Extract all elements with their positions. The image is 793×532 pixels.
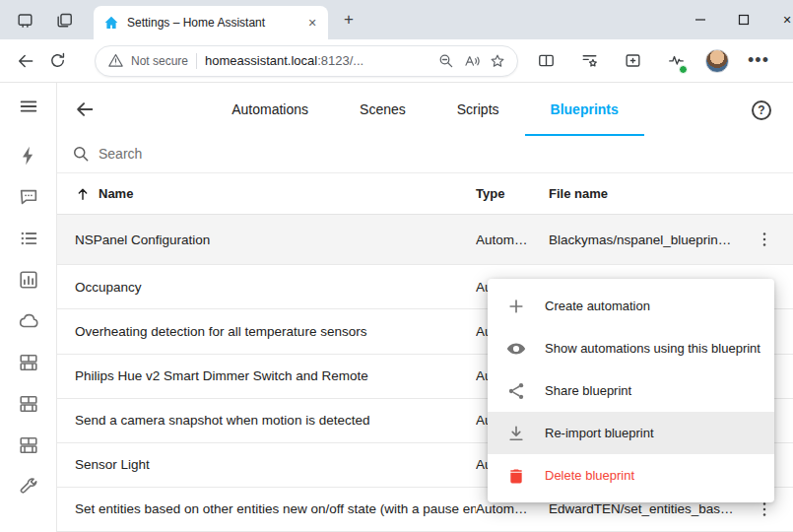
menu-item-show-automations[interactable]: Show automations using this blueprint [488,327,774,369]
ha-sidebar [0,83,57,532]
tab-scripts[interactable]: Scripts [431,83,525,136]
menu-item-delete-blueprint[interactable]: Delete blueprint [488,454,774,497]
browser-essentials-icon[interactable] [662,45,690,77]
browser-titlebar: Settings – Home Assistant ✕ + ✕ [0,0,793,39]
security-label[interactable]: Not secure [131,54,188,68]
column-header-file[interactable]: File name [549,186,736,201]
logbook-icon[interactable] [17,227,40,250]
row-name: Overheating detection for all temperatur… [75,324,476,339]
menu-item-reimport-blueprint[interactable]: Re-import blueprint [488,412,774,454]
menu-item-create-automation[interactable]: Create automation [488,285,774,327]
split-screen-icon[interactable] [532,45,560,77]
window-controls: ✕ [679,0,793,39]
tab-title: Settings – Home Assistant [127,16,297,30]
row-name: Set entities based on other entities new… [75,501,476,516]
row-type: Autom… [476,501,549,516]
row-name: NSPanel Configuration [75,233,476,247]
refresh-icon[interactable] [41,45,73,77]
tab-actions-icon[interactable] [53,9,75,31]
url-text[interactable]: homeassistant.local:8123/... [205,53,430,68]
workspaces-icon[interactable] [14,9,35,31]
row-name: Philips Hue v2 Smart Dimmer Switch and R… [75,368,476,383]
table-header: Name Type File name [57,173,793,215]
close-tab-icon[interactable]: ✕ [304,17,320,30]
browser-toolbar: Not secure homeassistant.local:8123/... … [0,39,793,83]
search-input[interactable] [99,146,793,162]
addons-icon[interactable] [17,351,40,374]
tools-icon[interactable] [17,475,40,499]
browser-tab[interactable]: Settings – Home Assistant ✕ [94,6,328,39]
delete-icon [506,466,526,486]
import-icon [506,424,526,443]
address-bar[interactable]: Not secure homeassistant.local:8123/... [95,45,518,77]
row-name: Send a camera snapshot when motion is de… [75,413,476,428]
not-secure-warning-icon [105,51,125,71]
search-bar [57,136,793,173]
favorite-star-icon[interactable] [488,51,507,71]
plus-icon [506,297,526,316]
search-icon [71,144,91,164]
toolbar-icons: ••• [532,45,772,77]
row-file: EdwardTEN/set_entities_bas… [549,501,736,516]
menu-item-share-blueprint[interactable]: Share blueprint [488,369,774,412]
menu-icon[interactable] [17,95,40,118]
row-context-menu: Create automation Show automations using… [488,279,774,502]
table-row[interactable]: NSPanel Configuration Autom… Blackymas/n… [57,215,793,265]
row-file: Blackymas/nspanel_blueprin… [549,233,736,247]
read-aloud-icon[interactable] [462,51,482,71]
row-name: Occupancy [75,280,476,295]
divider [196,53,197,69]
new-tab-button[interactable]: + [339,10,359,30]
row-name: Sensor Light [75,457,476,472]
maximize-icon[interactable] [722,0,765,39]
collections-icon[interactable] [619,45,646,77]
energy-icon[interactable] [17,144,40,167]
close-window-icon[interactable]: ✕ [765,0,793,39]
tab-automations[interactable]: Automations [206,83,334,136]
settings-tabs: Automations Scenes Scripts Blueprints [146,83,704,136]
sort-ascending-icon[interactable] [75,186,91,202]
cloud-icon[interactable] [17,309,40,333]
column-header-name[interactable]: Name [99,186,133,201]
addons-icon[interactable] [17,433,40,457]
addons-icon[interactable] [17,392,40,416]
home-assistant-favicon [103,15,119,31]
share-icon [506,381,526,401]
row-overflow-menu-icon[interactable] [755,230,774,249]
zoom-out-icon[interactable] [436,51,456,71]
tab-blueprints[interactable]: Blueprints [525,83,644,136]
profile-avatar[interactable] [705,49,729,73]
row-type: Autom… [476,233,549,247]
more-icon[interactable]: ••• [745,45,772,77]
ha-header: Automations Scenes Scripts Blueprints ? [57,83,793,136]
column-header-type[interactable]: Type [476,186,549,201]
favorites-hub-icon[interactable] [575,45,603,77]
help-icon[interactable]: ? [752,100,771,120]
page-back-icon[interactable] [73,98,97,121]
assist-icon[interactable] [17,185,40,209]
minimize-icon[interactable] [679,0,722,39]
tab-scenes[interactable]: Scenes [334,83,431,136]
status-badge [679,65,688,74]
history-icon[interactable] [17,268,40,292]
eye-icon [506,339,526,359]
back-icon[interactable] [10,45,41,77]
